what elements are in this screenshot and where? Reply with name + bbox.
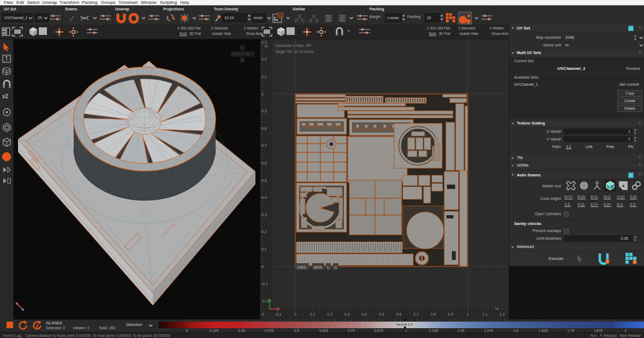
svg-text:0.8: 0.8 <box>261 127 267 131</box>
svg-text:T: T <box>241 46 243 50</box>
svg-text:1.3: 1.3 <box>261 40 267 44</box>
svg-text:1: 1 <box>467 312 469 316</box>
svg-text:0.3: 0.3 <box>261 213 267 217</box>
svg-text:0.4: 0.4 <box>261 195 267 199</box>
svg-text:0.9: 0.9 <box>448 312 454 316</box>
svg-text:C: C <box>335 265 338 270</box>
svg-text:0.3: 0.3 <box>344 312 350 316</box>
svg-text:2: 2 <box>35 323 38 329</box>
svg-text:1001: 1001 <box>297 265 306 270</box>
svg-text:0.5: 0.5 <box>379 312 384 316</box>
svg-text:0.5: 0.5 <box>261 179 267 182</box>
svg-text:Distribute to tiles: OR: Distribute to tiles: OR <box>275 44 311 48</box>
svg-text:Target TD: 10.24 tx/cm: Target TD: 10.24 tx/cm <box>275 50 314 54</box>
svg-text:1: 1 <box>261 92 264 96</box>
svg-text:1.1: 1.1 <box>482 312 488 316</box>
svg-text:1.1: 1.1 <box>261 75 267 79</box>
svg-text:0.6: 0.6 <box>261 161 267 165</box>
svg-text:0: 0 <box>261 265 264 269</box>
svg-text:-0.1: -0.1 <box>275 312 281 316</box>
svg-text:1.2: 1.2 <box>499 312 505 316</box>
svg-text:F: F <box>241 52 243 56</box>
svg-text:0.2: 0.2 <box>261 230 267 234</box>
svg-text:m: m <box>265 44 268 48</box>
svg-text:0.7: 0.7 <box>261 144 267 147</box>
svg-text:-0.2: -0.2 <box>260 312 264 316</box>
svg-text:0.1: 0.1 <box>261 247 267 251</box>
svg-text:W: W <box>246 52 249 56</box>
svg-text:m: m <box>496 307 499 311</box>
svg-text:0.1: 0.1 <box>310 312 315 316</box>
svg-text:0.4: 0.4 <box>362 312 367 316</box>
svg-text:TD: TD <box>278 14 283 17</box>
svg-text:D: D <box>241 58 243 62</box>
svg-text:0.7: 0.7 <box>413 312 419 316</box>
svg-text:0.8: 0.8 <box>431 312 436 316</box>
svg-text:64%: 64% <box>314 265 322 270</box>
svg-text:L: L <box>327 265 330 270</box>
svg-text:0: 0 <box>294 312 296 316</box>
svg-text:0.9: 0.9 <box>261 109 267 113</box>
svg-text:1.2: 1.2 <box>261 57 267 61</box>
svg-text:0.2: 0.2 <box>327 312 332 316</box>
svg-text:0.6: 0.6 <box>396 312 402 316</box>
svg-text:N: N <box>237 52 239 56</box>
svg-text:-0.1: -0.1 <box>261 282 268 286</box>
svg-text:-0.2: -0.2 <box>261 299 268 303</box>
